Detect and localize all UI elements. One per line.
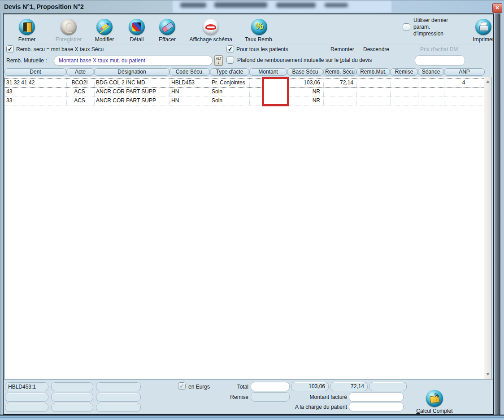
table-cell: ANCR COR PART SUPP [95,88,170,96]
column-header-acte[interactable]: Acte [66,68,94,76]
charge-patient-field[interactable] [349,402,404,411]
code-cell[interactable] [96,393,141,402]
table-cell [324,88,357,96]
code-cell[interactable] [5,393,48,402]
close-button[interactable]: ✕ [492,3,502,13]
column-header-remb-mut-[interactable]: Remb.Mut. [356,68,390,76]
close-icon: ✕ [495,5,499,10]
column-header-dent[interactable]: Dent [4,68,66,76]
column-header-s-ance[interactable]: Séance [418,68,444,76]
table-cell: Soin [210,88,250,96]
fermer-button[interactable]: Fermer [9,19,45,43]
affichage-schema-button[interactable]: Affichage schéma [186,19,236,43]
descendre-button[interactable]: Descendre [363,46,389,52]
door-exit-icon [19,19,35,35]
table-cell: NR [287,96,324,105]
detail-art-icon [129,19,145,35]
printer-icon [475,19,491,35]
column-header-montant[interactable]: Montant [249,68,287,76]
table-cell: ACS [67,88,95,96]
total-label: Total [214,384,248,390]
imprimer-label: Imprimer [465,36,502,43]
code-cell[interactable] [51,382,93,391]
window-frame-bottom [0,415,504,420]
table-cell [324,96,357,105]
effacer-button[interactable]: Effacer [149,19,185,43]
column-header-type-d-acte[interactable]: Type d'acte [210,68,249,76]
table-cell [357,96,391,105]
plafond-label: Plafond de remboursement mutuelle sur le… [237,57,372,63]
window-title: Devis N°1, Proposition N°2 [4,3,84,10]
alt-down-button[interactable]: ALT ↓ [214,55,223,66]
remb-mutuelle-label: Remb. Mutuelle : [6,57,47,64]
charge-patient-label: A la charge du patient [264,404,347,410]
total-remb-mut-field [369,382,407,391]
total-base-secu-field: 103,06 [291,382,329,391]
remb-mutuelle-combo[interactable]: Montant base X taux mut. du patient [54,56,213,66]
taux-remb-button[interactable]: % Taux Remb. [239,19,280,43]
imprimer-button[interactable]: Imprimer [465,19,502,43]
en-euros-checkbox[interactable] [178,382,186,390]
code-cell[interactable]: HBLD453:1 [5,382,48,391]
vertical-scrollbar[interactable] [484,77,491,379]
table-cell: ACS [67,96,95,105]
table-cell: 72,14 [324,79,357,88]
code-cell[interactable] [5,403,48,412]
prix-achat-dm-input[interactable] [415,55,465,66]
table-cell: BDG COL 2 INC MD [95,79,170,88]
enregistrer-label: Enregistrer [50,36,87,43]
table-cell [357,88,391,96]
calcul-complet-button[interactable]: % Calcul Complet [408,390,461,414]
pour-tous-label: Pour tous les patients [236,46,288,52]
code-cell[interactable] [51,403,93,412]
fermer-label: Fermer [9,36,45,43]
table-cell: 4 [444,79,485,88]
code-grid: HBLD453:1 [5,382,141,412]
column-header-anp[interactable]: ANP [444,68,485,76]
scroll-down-icon[interactable] [484,371,491,378]
table-row[interactable]: 43ACSANCR COR PART SUPPHNSoinNR [5,88,485,96]
print-param-checkbox[interactable] [403,23,410,31]
column-header-remise[interactable]: Remise [390,68,418,76]
calc-percent-icon: % [426,390,443,407]
remb-secu-checkbox[interactable] [6,45,14,53]
table-cell [418,96,444,105]
table-header: DentActeDésignationCode Sécu.Type d'acte… [4,68,485,76]
column-header-d-signation[interactable]: Désignation [94,68,169,76]
column-header-remb-s-cu[interactable]: Remb. Sécu [323,68,356,76]
scroll-up-icon[interactable] [484,78,491,85]
column-header-base-s-cu[interactable]: Base Sécu [287,68,323,76]
pencil-icon [96,19,113,35]
table-cell: Pr. Conjointes [210,79,250,88]
table-cell [444,88,485,96]
calcul-complet-label: Calcul Complet [408,408,461,414]
table-cell: NR [287,88,324,96]
table-cell: Soin [210,96,250,105]
titlebar: Devis N°1, Proposition N°2 ✕ [0,0,504,14]
code-cell[interactable] [96,403,141,412]
code-cell[interactable] [96,382,141,391]
modifier-button[interactable]: Modifier [87,19,122,43]
table-row[interactable]: 31 32 41 42BCO2IBDG COL 2 INC MDHBLD453P… [5,79,485,88]
client-area: Fermer Enregistrer Modifier Détail Effac… [3,13,494,415]
table-cell: 103,06 [287,79,324,88]
table-cell: HBLD453 [170,79,210,88]
pour-tous-checkbox[interactable] [226,45,234,53]
modifier-label: Modifier [87,36,122,43]
code-cell[interactable] [51,393,93,402]
background-window-blur [180,3,206,8]
totals-panel: HBLD453:1 en Euros Total 103,06 72,14 Re… [4,379,493,414]
table-row[interactable]: 33ACSANCR COR PART SUPPHNSoinNR [5,96,485,105]
plafond-checkbox[interactable] [226,56,234,64]
table-body: 31 32 41 42BCO2IBDG COL 2 INC MDHBLD453P… [4,77,492,379]
enregistrer-button[interactable]: Enregistrer [50,19,87,43]
annotation-highlight-box [262,77,289,106]
total-montant-field[interactable] [251,382,290,391]
montant-facture-field[interactable] [349,392,404,402]
devis-window: Devis N°1, Proposition N°2 ✕ Fermer Enre… [0,0,504,420]
remonter-button[interactable]: Remonter [330,46,354,52]
percent-icon: % [251,19,267,35]
background-window-blur [276,3,316,8]
mouth-icon [203,19,219,35]
column-header-code-s-cu-[interactable]: Code Sécu. [169,68,210,76]
